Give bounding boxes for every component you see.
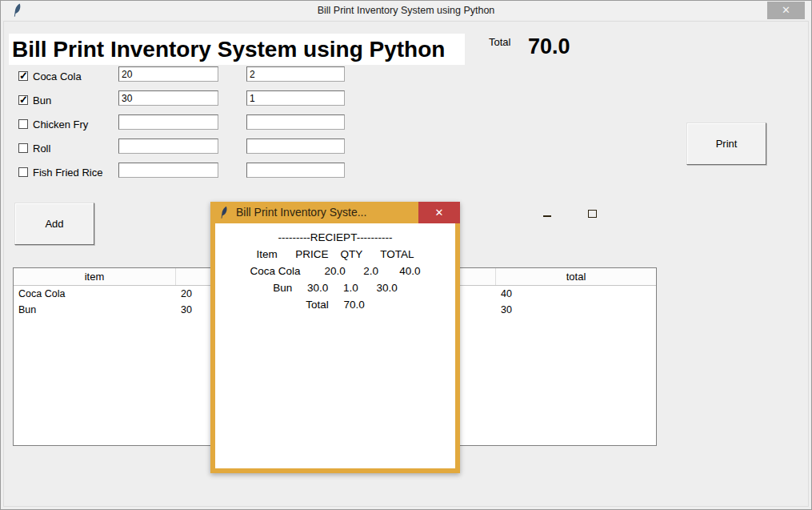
receipt-close-button[interactable]: ✕ [418, 202, 460, 223]
item-label-coca-cola: Coca Cola [33, 70, 82, 82]
price-input-1[interactable] [118, 90, 218, 106]
checkbox-roll[interactable] [18, 143, 28, 153]
close-button[interactable]: ✕ [767, 2, 805, 19]
cell-item: Coca Cola [14, 288, 176, 299]
price-input-4[interactable] [118, 163, 218, 178]
window-title: Bill Print Inventory System using Python [1, 1, 811, 20]
maximize-button[interactable] [748, 2, 769, 18]
receipt-item-line: Coca Cola 20.0 2.0 40.0 [215, 263, 455, 279]
column-header-item[interactable]: item [14, 268, 176, 285]
price-input-3[interactable] [118, 139, 218, 154]
close-icon: ✕ [435, 207, 444, 219]
maximize-icon [588, 210, 597, 218]
cell-total: 30 [496, 304, 656, 315]
total-label: Total [489, 36, 510, 48]
receipt-columns-line: Item PRICE QTY TOTAL [215, 246, 455, 263]
price-input-0[interactable] [118, 66, 218, 82]
cell-total: 40 [496, 288, 656, 299]
qty-input-0[interactable] [246, 66, 345, 82]
minimize-icon [543, 215, 551, 217]
checkbox-chicken-fry[interactable] [18, 119, 28, 129]
checkbox-bun[interactable] [18, 95, 28, 105]
price-input-2[interactable] [118, 114, 218, 130]
page-title: Bill Print Inventory System using Python [9, 34, 465, 65]
app-window: Bill Print Inventory System using Python… [0, 0, 812, 510]
qty-input-3[interactable] [246, 139, 345, 154]
python-feather-icon [218, 206, 229, 219]
receipt-window-title: Bill Print Inventory Syste... [236, 202, 366, 223]
receipt-text: ---------RECIEPT---------- Item PRICE QT… [215, 223, 455, 313]
receipt-header-line: ---------RECIEPT---------- [215, 229, 455, 246]
print-button[interactable]: Print [686, 122, 766, 165]
minimize-button[interactable] [725, 2, 746, 18]
receipt-total-line: Total 70.0 [215, 296, 455, 313]
item-label-fish-fried-rice: Fish Fried Rice [33, 167, 102, 179]
item-label-chicken-fry: Chicken Fry [33, 118, 88, 131]
qty-input-4[interactable] [246, 163, 345, 178]
cell-item: Bun [14, 304, 176, 315]
add-button[interactable]: Add [14, 203, 94, 245]
qty-input-2[interactable] [246, 114, 345, 130]
receipt-window: Bill Print Inventory Syste... ✕ --------… [210, 202, 460, 473]
receipt-body: ---------RECIEPT---------- Item PRICE QT… [215, 223, 455, 468]
receipt-title-bar: Bill Print Inventory Syste... ✕ [210, 202, 460, 223]
item-label-bun: Bun [33, 94, 51, 106]
close-icon: ✕ [782, 4, 790, 16]
column-header-total[interactable]: total [496, 268, 656, 285]
receipt-item-line: Bun 30.0 1.0 30.0 [215, 279, 455, 296]
receipt-minimize-button[interactable] [374, 203, 394, 222]
receipt-maximize-button[interactable] [397, 203, 416, 222]
item-label-roll: Roll [33, 143, 50, 155]
total-value: 70.0 [528, 34, 570, 59]
checkbox-fish-fried-rice[interactable] [18, 167, 28, 177]
checkbox-coca-cola[interactable] [18, 71, 28, 81]
qty-input-1[interactable] [246, 90, 345, 106]
title-bar: Bill Print Inventory System using Python… [1, 1, 811, 20]
